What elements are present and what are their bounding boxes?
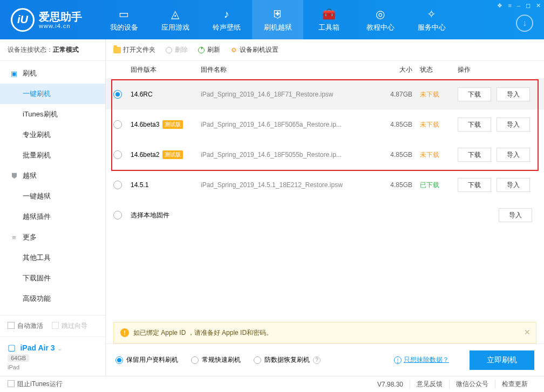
app-header: iU 爱思助手 www.i4.cn ▭我的设备◬应用游戏♪铃声壁纸⛨刷机越狱🧰工… xyxy=(0,0,544,39)
download-button[interactable]: 下载 xyxy=(458,118,491,132)
open-folder-button[interactable]: 打开文件夹 xyxy=(113,45,155,54)
side-sub[interactable]: 越狱插件 xyxy=(0,207,105,227)
nav-item-4[interactable]: 🧰工具箱 xyxy=(303,0,355,39)
gear-icon: ⚙ xyxy=(230,46,237,54)
nav-item-6[interactable]: ✧服务中心 xyxy=(406,0,457,39)
col-ops: 操作 xyxy=(458,65,544,74)
row-size: 4.85GB xyxy=(380,181,420,189)
row-version: 14.6RC xyxy=(131,91,201,98)
side-sub[interactable]: 一键刷机 xyxy=(0,84,105,104)
side-group-2[interactable]: ≡更多 xyxy=(0,227,105,247)
erase-only-link[interactable]: !只想抹除数据？ xyxy=(394,355,449,365)
side-sub[interactable]: iTunes刷机 xyxy=(0,104,105,125)
device-info[interactable]: ▢ iPad Air 3 ⌄ 64GB iPad xyxy=(0,337,105,376)
refresh-button[interactable]: 刷新 xyxy=(198,45,220,54)
apple-id-notice: ! 如已绑定 Apple ID ，请准备好 Apple ID和密码。 ✕ xyxy=(113,322,536,343)
app-domain: www.i4.cn xyxy=(39,23,82,29)
side-sub[interactable]: 批量刷机 xyxy=(0,145,105,166)
minimize-icon[interactable]: – xyxy=(517,2,520,9)
import-button[interactable]: 导入 xyxy=(497,87,530,101)
sidebar: 设备连接状态： 正常模式 ▣刷机一键刷机iTunes刷机专业刷机批量刷机⛊越狱一… xyxy=(0,39,106,376)
download-button[interactable]: 下载 xyxy=(458,148,491,162)
info-icon: ! xyxy=(394,356,402,364)
skin-icon[interactable]: ❖ xyxy=(497,2,502,9)
warning-icon: ! xyxy=(120,328,129,337)
beta-badge: 测试版 xyxy=(162,150,183,159)
row-size: 4.87GB xyxy=(380,91,420,98)
side-group-0[interactable]: ▣刷机 xyxy=(0,63,105,84)
firmware-list: 14.6RCiPad_Spring_2019_14.6_18F71_Restor… xyxy=(106,79,544,322)
nav-item-3[interactable]: ⛨刷机越狱 xyxy=(252,0,303,39)
col-status: 状态 xyxy=(420,65,458,74)
row-radio[interactable] xyxy=(113,120,122,129)
firmware-row[interactable]: 选择本地固件导入 xyxy=(106,200,544,230)
row-status: 未下载 xyxy=(420,120,458,129)
chevron-down-icon[interactable]: ⌄ xyxy=(57,345,62,352)
group-icon: ≡ xyxy=(10,233,18,242)
side-sub[interactable]: 一键越狱 xyxy=(0,186,105,207)
row-status: 未下载 xyxy=(420,150,458,160)
firmware-row[interactable]: 14.6beta3测试版iPad_Spring_2019_14.6_18F506… xyxy=(106,109,544,140)
menu-icon[interactable]: ≡ xyxy=(508,2,511,9)
nav-icon: ♪ xyxy=(220,7,234,21)
group-icon: ▣ xyxy=(10,69,18,78)
side-sub[interactable]: 其他工具 xyxy=(0,247,105,268)
close-notice-icon[interactable]: ✕ xyxy=(524,328,531,336)
nav-item-2[interactable]: ♪铃声壁纸 xyxy=(201,0,252,39)
download-button[interactable]: 下载 xyxy=(458,87,491,101)
nav-icon: ✧ xyxy=(425,7,439,21)
block-itunes-checkbox[interactable]: 阻止iTunes运行 xyxy=(8,380,63,389)
row-version: 14.5.1 xyxy=(131,181,201,189)
firmware-row[interactable]: 14.5.1iPad_Spring_2019_14.5.1_18E212_Res… xyxy=(106,170,544,200)
footer-feedback[interactable]: 意见反馈 xyxy=(410,380,449,389)
side-sub[interactable]: 下载固件 xyxy=(0,268,105,288)
nav-icon: ◬ xyxy=(168,7,182,21)
settings-button[interactable]: ⚙设备刷机设置 xyxy=(230,45,278,54)
footer: 阻止iTunes运行 V7.98.30 意见反馈 微信公众号 检查更新 xyxy=(0,376,544,392)
firmware-row[interactable]: 14.6beta2测试版iPad_Spring_2019_14.6_18F505… xyxy=(106,140,544,170)
mode-fast[interactable]: 常规快速刷机 xyxy=(191,355,241,365)
device-type: iPad xyxy=(8,364,98,370)
close-icon[interactable]: ✕ xyxy=(536,2,541,9)
row-filename: iPad_Spring_2019_14.6_18F5055b_Restore.i… xyxy=(201,151,380,159)
download-button[interactable]: 下载 xyxy=(458,178,491,192)
skip-guide-checkbox[interactable]: 跳过向导 xyxy=(52,321,87,331)
nav-item-0[interactable]: ▭我的设备 xyxy=(98,0,149,39)
status-label: 设备连接状态： xyxy=(8,45,53,54)
delete-button: 删除 xyxy=(165,45,188,54)
row-radio[interactable] xyxy=(113,90,122,99)
nav-item-1[interactable]: ◬应用游戏 xyxy=(149,0,201,39)
row-radio[interactable] xyxy=(113,181,122,189)
mode-keep-data[interactable]: 保留用户资料刷机 xyxy=(115,355,178,365)
nav-item-5[interactable]: ◎教程中心 xyxy=(355,0,406,39)
side-sub[interactable]: 专业刷机 xyxy=(0,125,105,145)
nav-icon: ◎ xyxy=(373,7,387,21)
flash-now-button[interactable]: 立即刷机 xyxy=(470,350,534,370)
firmware-row[interactable]: 14.6RCiPad_Spring_2019_14.6_18F71_Restor… xyxy=(106,79,544,109)
download-indicator-icon[interactable]: ↓ xyxy=(516,15,533,32)
device-storage: 64GB xyxy=(8,354,29,362)
row-filename: iPad_Spring_2019_14.6_18F71_Restore.ipsw xyxy=(201,91,380,98)
mode-anti-recovery[interactable]: 防数据恢复刷机? xyxy=(254,355,321,365)
nav-icon: ⛨ xyxy=(271,7,285,21)
help-icon[interactable]: ? xyxy=(313,356,321,364)
footer-wechat[interactable]: 微信公众号 xyxy=(449,380,495,389)
row-radio[interactable] xyxy=(113,211,122,219)
connection-status: 设备连接状态： 正常模式 xyxy=(0,39,105,61)
auto-activate-checkbox[interactable]: 自动激活 xyxy=(8,321,43,331)
row-radio[interactable] xyxy=(113,150,122,159)
import-button[interactable]: 导入 xyxy=(499,208,532,222)
side-group-1[interactable]: ⛊越狱 xyxy=(0,166,105,186)
footer-version: V7.98.30 xyxy=(371,381,410,388)
col-version: 固件版本 xyxy=(131,65,201,74)
footer-update[interactable]: 检查更新 xyxy=(495,380,534,389)
import-button[interactable]: 导入 xyxy=(497,178,530,192)
side-sub[interactable]: 高级功能 xyxy=(0,288,105,309)
top-nav: ▭我的设备◬应用游戏♪铃声壁纸⛨刷机越狱🧰工具箱◎教程中心✧服务中心 xyxy=(98,0,457,39)
beta-badge: 测试版 xyxy=(162,120,183,129)
maximize-icon[interactable]: ◻ xyxy=(526,2,531,9)
app-logo: iU 爱思助手 www.i4.cn xyxy=(0,8,93,32)
import-button[interactable]: 导入 xyxy=(497,148,530,162)
table-header: 固件版本 固件名称 大小 状态 操作 xyxy=(106,61,544,79)
import-button[interactable]: 导入 xyxy=(497,118,530,132)
